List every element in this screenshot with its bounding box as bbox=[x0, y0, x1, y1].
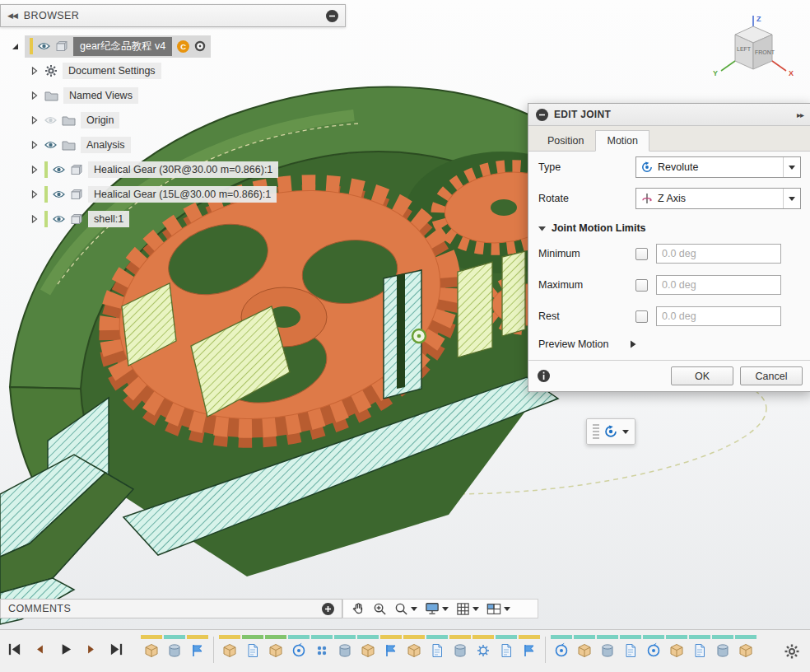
eye-icon[interactable] bbox=[53, 166, 65, 174]
ok-button[interactable]: OK bbox=[671, 366, 733, 385]
tree-item-label[interactable]: Healical Gear (15L@30.00 m=0.866):1 bbox=[88, 186, 277, 203]
grid-display-icon[interactable] bbox=[456, 602, 479, 616]
step-forward-button[interactable] bbox=[84, 642, 98, 656]
timeline-feature-cube[interactable] bbox=[403, 635, 426, 659]
viewports-icon[interactable] bbox=[486, 603, 510, 615]
rotate-dropdown[interactable]: Z Axis bbox=[635, 188, 801, 209]
timeline-feature-joint[interactable] bbox=[287, 635, 310, 659]
add-comment-button[interactable] bbox=[322, 603, 334, 615]
preview-motion-row[interactable]: Preview Motion bbox=[528, 332, 810, 360]
dialog-expand-icon[interactable]: ▸▸ bbox=[797, 110, 803, 119]
timeline-feature-dots[interactable] bbox=[310, 635, 333, 659]
disclosure-collapsed-icon[interactable] bbox=[31, 190, 40, 198]
tree-item-label[interactable]: Origin bbox=[81, 112, 119, 128]
tree-item-label[interactable]: Document Settings bbox=[63, 63, 161, 79]
collapse-panel-icon[interactable]: ◀◀ bbox=[7, 12, 17, 20]
timeline-feature-cylinder[interactable] bbox=[596, 635, 619, 659]
tree-item-label[interactable]: Named Views bbox=[63, 87, 138, 104]
joint-mini-toolbar[interactable] bbox=[586, 418, 635, 445]
timeline-feature-cube[interactable] bbox=[140, 635, 163, 659]
maximum-checkbox[interactable] bbox=[635, 279, 648, 292]
timeline-feature-cube[interactable] bbox=[356, 635, 379, 659]
disclosure-collapsed-icon[interactable] bbox=[31, 215, 40, 223]
timeline-feature-doc[interactable] bbox=[426, 635, 449, 659]
joint-motion-limits-section[interactable]: Joint Motion Limits bbox=[528, 214, 810, 238]
minimum-checkbox[interactable] bbox=[635, 248, 648, 260]
info-icon[interactable] bbox=[537, 369, 551, 383]
tree-item-gear-30r[interactable]: Healical Gear (30R@30.00 m=0.866):1 bbox=[0, 157, 346, 182]
rest-input[interactable] bbox=[656, 306, 781, 326]
tree-item-shell[interactable]: shell:1 bbox=[0, 207, 346, 231]
tree-item-analysis[interactable]: Analysis bbox=[0, 133, 346, 157]
minimize-browser-button[interactable] bbox=[326, 10, 338, 22]
disclosure-expanded-icon[interactable] bbox=[12, 43, 20, 50]
chevron-down-icon[interactable] bbox=[442, 607, 449, 611]
dialog-collapse-button[interactable] bbox=[536, 109, 548, 121]
tab-motion[interactable]: Motion bbox=[595, 130, 649, 152]
timeline-feature-cylinder[interactable] bbox=[711, 635, 734, 659]
type-dropdown[interactable]: Revolute bbox=[635, 156, 801, 178]
timeline-feature-cube[interactable] bbox=[665, 635, 688, 659]
skip-to-end-button[interactable] bbox=[109, 642, 124, 657]
rest-checkbox[interactable] bbox=[635, 310, 648, 323]
view-cube[interactable]: Z LEFT FRONT Y X bbox=[706, 13, 798, 89]
timeline-feature-doc[interactable] bbox=[241, 635, 264, 659]
maximum-input[interactable] bbox=[656, 275, 781, 295]
tree-item-gear-15l[interactable]: Healical Gear (15L@30.00 m=0.866):1 bbox=[0, 182, 346, 207]
disclosure-collapsed-icon[interactable] bbox=[31, 141, 40, 149]
disclosure-collapsed-icon[interactable] bbox=[31, 116, 40, 124]
timeline-settings-gear-icon[interactable] bbox=[784, 643, 800, 660]
pan-icon[interactable] bbox=[351, 601, 365, 616]
tree-item-origin[interactable]: Origin bbox=[0, 108, 346, 133]
disclosure-collapsed-icon[interactable] bbox=[31, 166, 40, 174]
chevron-down-icon[interactable] bbox=[504, 607, 510, 611]
eye-hidden-icon[interactable] bbox=[44, 116, 57, 124]
tree-item-document-settings[interactable]: Document Settings bbox=[0, 58, 346, 83]
chevron-down-icon[interactable] bbox=[411, 607, 417, 611]
disclosure-collapsed-icon[interactable] bbox=[31, 67, 40, 75]
skip-to-start-button[interactable] bbox=[7, 642, 22, 657]
timeline-feature-cylinder[interactable] bbox=[449, 635, 472, 659]
timeline-feature-joint[interactable] bbox=[642, 635, 665, 659]
timeline-feature-flag[interactable] bbox=[379, 635, 403, 659]
eye-icon[interactable] bbox=[44, 141, 57, 149]
chevron-down-icon[interactable] bbox=[472, 607, 479, 611]
minimum-input[interactable] bbox=[656, 244, 781, 264]
timeline-feature-cube[interactable] bbox=[573, 635, 596, 659]
play-preview-icon[interactable] bbox=[630, 340, 636, 348]
timeline-feature-doc[interactable] bbox=[688, 635, 711, 659]
timeline-feature-doc[interactable] bbox=[619, 635, 642, 659]
tree-item-label[interactable]: Healical Gear (30R@30.00 m=0.866):1 bbox=[88, 161, 278, 178]
timeline-feature-gear[interactable] bbox=[472, 635, 495, 659]
timeline-feature-flag[interactable] bbox=[186, 635, 209, 659]
timeline-feature-doc[interactable] bbox=[495, 635, 518, 659]
tree-item-label[interactable]: shell:1 bbox=[88, 211, 129, 227]
tree-item-root[interactable]: gear纪念品教程 v4 C bbox=[0, 34, 346, 58]
tree-item-named-views[interactable]: Named Views bbox=[0, 83, 346, 108]
eye-icon[interactable] bbox=[38, 42, 50, 50]
record-ring-icon[interactable] bbox=[194, 40, 206, 52]
timeline-feature-cylinder[interactable] bbox=[333, 635, 356, 659]
zoom-fit-icon[interactable] bbox=[373, 602, 387, 616]
play-button[interactable] bbox=[58, 642, 73, 657]
timeline-feature-joint[interactable] bbox=[550, 635, 573, 659]
cancel-button[interactable]: Cancel bbox=[740, 366, 803, 385]
timeline-feature-cube[interactable] bbox=[264, 635, 287, 659]
joint-origin-marker[interactable] bbox=[412, 329, 426, 343]
eye-icon[interactable] bbox=[53, 215, 65, 223]
chevron-down-icon[interactable] bbox=[622, 430, 629, 434]
timeline-feature-cube[interactable] bbox=[734, 635, 757, 659]
timeline-feature-cylinder[interactable] bbox=[163, 635, 186, 659]
tree-item-label[interactable]: gear纪念品教程 v4 bbox=[73, 37, 172, 56]
timeline-feature-flag[interactable] bbox=[518, 635, 541, 659]
tree-item-label[interactable]: Analysis bbox=[81, 137, 131, 153]
tab-position[interactable]: Position bbox=[536, 130, 595, 152]
timeline-feature-cube[interactable] bbox=[218, 635, 241, 659]
step-back-button[interactable] bbox=[33, 642, 47, 656]
drag-grip[interactable] bbox=[593, 424, 599, 439]
zoom-icon[interactable] bbox=[394, 602, 417, 616]
display-settings-icon[interactable] bbox=[425, 602, 449, 615]
revolute-icon[interactable] bbox=[604, 425, 617, 438]
eye-icon[interactable] bbox=[53, 190, 65, 198]
disclosure-collapsed-icon[interactable] bbox=[31, 91, 40, 100]
